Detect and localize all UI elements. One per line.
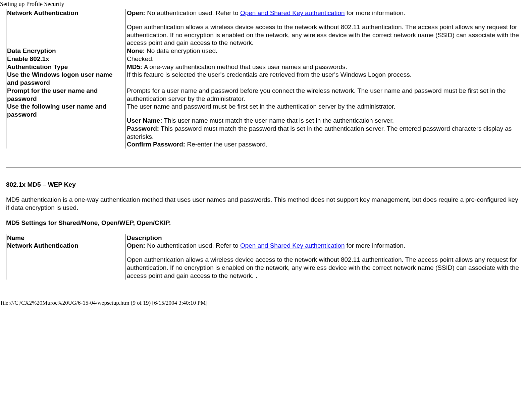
row-name: Enable 802.1x <box>6 55 125 63</box>
extra-bold: Password: <box>127 125 159 132</box>
table-row: Enable 802.1x Checked. <box>6 55 521 63</box>
desc-text: No authentication used. Refer to <box>145 242 240 249</box>
open-shared-key-link[interactable]: Open and Shared Key authentication <box>240 9 345 16</box>
table-row: Data Encryption None: No data encryption… <box>6 47 521 55</box>
row-name: Authentication Type <box>6 63 125 71</box>
extra-bold: User Name: <box>127 117 162 124</box>
row-name: Network Authentication <box>6 9 125 47</box>
page-title: Setting up Profile Security <box>0 1 527 8</box>
row-name: Network Authentication <box>6 242 125 280</box>
header-desc: Description <box>125 234 521 242</box>
desc-text: No authentication used. Refer to <box>145 9 240 16</box>
settings-table-2: Name Description Network Authentication … <box>6 234 521 280</box>
desc-text: for more information. <box>345 242 406 249</box>
extra-text: Re-enter the user password. <box>185 141 267 148</box>
row-desc: The user name and password must be first… <box>125 103 521 148</box>
table-row: Authentication Type MD5: A one-way authe… <box>6 63 521 71</box>
section-subheading: MD5 Settings for Shared/None, Open/WEP, … <box>6 219 521 227</box>
section-paragraph: MD5 authentication is a one-way authenti… <box>6 196 521 212</box>
row-desc: None: No data encryption used. <box>125 47 521 55</box>
row-desc: Open: No authentication used. Refer to O… <box>125 9 521 47</box>
header-name: Name <box>6 234 125 242</box>
extra-line: User Name: This user name must match the… <box>127 117 520 125</box>
desc-text: No data encryption used. <box>145 47 218 54</box>
row-desc: If this feature is selected the user's c… <box>125 71 521 87</box>
footer-path: file:///C|/CX2%20Muroc%20UG/6-15-04/weps… <box>0 300 527 308</box>
desc-bold: MD5: <box>127 63 142 70</box>
row-name: Use the following user name and password <box>6 103 125 148</box>
table-row: Use the following user name and password… <box>6 103 521 148</box>
extra-bold: Confirm Password: <box>127 141 185 148</box>
extra-text: This user name must match the user name … <box>162 117 394 124</box>
main-content: Network Authentication Open: No authenti… <box>0 9 527 280</box>
desc-text: If this feature is selected the user's c… <box>127 71 412 78</box>
extra-text: This password must match the password th… <box>127 125 512 140</box>
table-row: Use the Windows logon user name and pass… <box>6 71 521 87</box>
row-desc: Open: No authentication used. Refer to O… <box>125 242 521 280</box>
section-divider <box>6 167 521 168</box>
row-desc: Checked. <box>125 55 521 63</box>
desc-para2: Open authentication allows a wireless de… <box>127 23 519 47</box>
open-shared-key-link[interactable]: Open and Shared Key authentication <box>240 242 345 249</box>
settings-table-1: Network Authentication Open: No authenti… <box>6 9 521 148</box>
desc-text: Prompts for a user name and password bef… <box>127 87 506 102</box>
row-desc: MD5: A one-way authentication method tha… <box>125 63 521 71</box>
row-name: Prompt for the user name and password <box>6 87 125 103</box>
row-desc: Prompts for a user name and password bef… <box>125 87 521 103</box>
table-row: Network Authentication Open: No authenti… <box>6 242 521 280</box>
desc-bold: None: <box>127 47 145 54</box>
desc-bold: Open: <box>127 242 145 249</box>
table-row: Network Authentication Open: No authenti… <box>6 9 521 47</box>
table-header-row: Name Description <box>6 234 521 242</box>
desc-text: The user name and password must be first… <box>127 103 396 110</box>
section-heading: 802.1x MD5 – WEP Key <box>6 181 521 188</box>
row-name: Data Encryption <box>6 47 125 55</box>
desc-para2: Open authentication allows a wireless de… <box>127 256 519 279</box>
desc-text: for more information. <box>345 9 406 16</box>
desc-bold: Open: <box>127 9 145 16</box>
extra-line: Password: This password must match the p… <box>127 125 520 141</box>
table-row: Prompt for the user name and password Pr… <box>6 87 521 103</box>
desc-text: A one-way authentication method that use… <box>142 63 347 70</box>
desc-text: Checked. <box>127 55 154 62</box>
extra-line: Confirm Password: Re-enter the user pass… <box>127 140 520 148</box>
row-name: Use the Windows logon user name and pass… <box>6 71 125 87</box>
